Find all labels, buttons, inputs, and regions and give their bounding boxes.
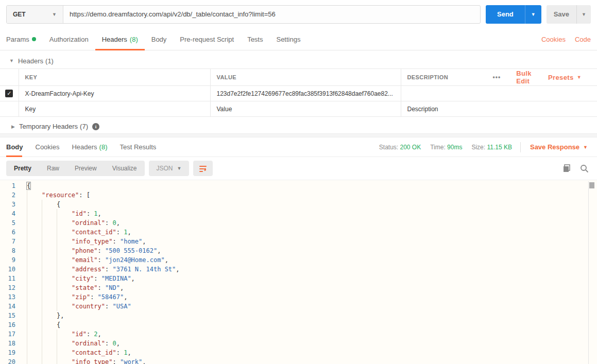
chevron-down-icon: ▼ [577, 75, 582, 80]
view-tab-pretty[interactable]: Pretty [6, 161, 39, 176]
code-token: : [116, 229, 124, 236]
code-token: , [142, 358, 146, 364]
request-builder-bar: GET ▼ Send ▼ Save ▼ [0, 0, 597, 28]
code-line: 19"contact_id": 1, [0, 348, 597, 357]
scrollbar-thumb[interactable] [589, 182, 594, 188]
new-key-input[interactable]: Key [19, 101, 210, 117]
save-button[interactable]: Save ▼ [547, 5, 591, 24]
header-description-cell[interactable] [401, 86, 497, 101]
send-dropdown-button[interactable]: ▼ [525, 5, 541, 24]
save-response-button[interactable]: Save Response ▼ [530, 143, 588, 151]
indent-guide [42, 339, 57, 348]
url-control: GET ▼ [6, 5, 481, 24]
bulk-edit-link[interactable]: Bulk Edit [508, 70, 540, 85]
tab-authorization[interactable]: Authorization [43, 28, 95, 50]
save-response-label: Save Response [530, 143, 579, 151]
save-label: Save [547, 5, 576, 24]
response-tab-test-results[interactable]: Test Results [114, 137, 163, 157]
indent-guide [57, 228, 72, 237]
header-value-cell[interactable]: 123d7e2f2fe1274269677ec89fac385f3913f628… [210, 86, 401, 101]
response-tab-cookies[interactable]: Cookies [29, 137, 66, 157]
cookies-link[interactable]: Cookies [541, 36, 566, 43]
tab-label: Test Results [120, 143, 157, 151]
wrap-text-icon [198, 164, 208, 173]
tab-params[interactable]: Params [6, 28, 43, 50]
code-token: : [98, 284, 105, 291]
view-mode-segmented-control: Pretty Raw Preview Visualize [6, 161, 145, 176]
line-number: 11 [0, 274, 23, 283]
copy-response-button[interactable] [560, 164, 573, 172]
column-value: VALUE [210, 69, 401, 86]
indent-guide [57, 265, 72, 274]
code-line: 3{ [0, 200, 597, 209]
tab-body[interactable]: Body [145, 28, 174, 50]
code-line: 20"info_type": "work", [0, 357, 597, 364]
code-link[interactable]: Code [575, 36, 591, 43]
line-number: 6 [0, 228, 23, 237]
line-number: 5 [0, 218, 23, 228]
indent-guide [42, 357, 57, 364]
tab-label: Tests [247, 36, 263, 43]
response-tab-headers[interactable]: Headers (8) [65, 137, 113, 157]
indent-guide [27, 302, 42, 311]
view-tab-raw[interactable]: Raw [39, 161, 67, 176]
collapse-triangle-icon: ▼ [9, 58, 14, 63]
code-token: : [105, 303, 112, 310]
indent-guide [27, 320, 42, 330]
new-description-input[interactable]: Description [401, 101, 497, 117]
indent-guide [57, 255, 72, 265]
line-number: 7 [0, 237, 23, 246]
tab-label: Headers [72, 143, 97, 151]
code-token: "home" [120, 238, 142, 245]
code-token: "MEDINA" [101, 275, 131, 282]
tab-settings[interactable]: Settings [269, 28, 307, 50]
code-token: "id" [72, 331, 87, 338]
temporary-headers-toggle[interactable]: ▶ Temporary Headers (7) i [0, 119, 597, 133]
line-number: 10 [0, 265, 23, 274]
indent-guide [27, 348, 42, 357]
time-meta: Time: 90ms [430, 144, 462, 151]
vertical-scrollbar[interactable] [588, 181, 595, 364]
wrap-text-button[interactable] [193, 161, 213, 176]
code-token: "email" [72, 256, 98, 264]
code-token: 0 [112, 219, 116, 227]
save-dropdown-button[interactable]: ▼ [576, 5, 591, 24]
search-response-button[interactable] [577, 164, 591, 173]
info-icon[interactable]: i [92, 123, 99, 130]
indent-guide [27, 292, 42, 302]
code-token: 2 [94, 331, 97, 338]
new-value-input[interactable]: Value [210, 101, 401, 117]
send-button[interactable]: Send ▼ [486, 5, 541, 24]
header-key-cell[interactable]: X-DreamFactory-Api-Key [19, 86, 210, 101]
indent-guide [57, 218, 72, 228]
chevron-down-icon: ▼ [583, 145, 588, 150]
response-body-viewer[interactable]: 1{2"resource": [3{4"id": 1,5"ordinal": 0… [0, 180, 597, 364]
more-options-icon[interactable]: ••• [486, 74, 508, 81]
response-meta: Status: 200 OK Time: 90ms Size: 11.15 KB [379, 144, 512, 151]
response-tab-body[interactable]: Body [6, 137, 29, 157]
view-tab-preview[interactable]: Preview [67, 161, 105, 176]
indent-guide [27, 200, 42, 209]
language-select[interactable]: JSON ▼ [149, 161, 190, 176]
code-token: "resource" [42, 192, 79, 199]
column-description: DESCRIPTION [401, 69, 497, 86]
tab-label: Settings [276, 36, 300, 43]
header-row: ✓ X-DreamFactory-Api-Key 123d7e2f2fe1274… [0, 86, 597, 101]
tab-tests[interactable]: Tests [241, 28, 269, 50]
header-enabled-checkbox[interactable]: ✓ [5, 90, 13, 97]
code-line: 6"contact_id": 1, [0, 228, 597, 237]
code-token: , [116, 340, 120, 347]
tab-headers[interactable]: Headers (8) [95, 28, 145, 50]
url-input[interactable] [63, 6, 480, 23]
code-token: "zip" [72, 293, 90, 301]
method-select[interactable]: GET ▼ [7, 6, 63, 23]
line-number: 3 [0, 200, 23, 209]
indent-guide [57, 209, 72, 218]
response-toolbar: Pretty Raw Preview Visualize JSON ▼ [0, 157, 597, 180]
code-token: : [105, 266, 112, 273]
view-tab-visualize[interactable]: Visualize [105, 161, 145, 176]
headers-section-header[interactable]: ▼ Headers (1) [0, 53, 597, 68]
tab-pre-request-script[interactable]: Pre-request Script [173, 28, 241, 50]
presets-dropdown[interactable]: Presets ▼ [540, 74, 590, 81]
indent-guide [27, 209, 42, 218]
